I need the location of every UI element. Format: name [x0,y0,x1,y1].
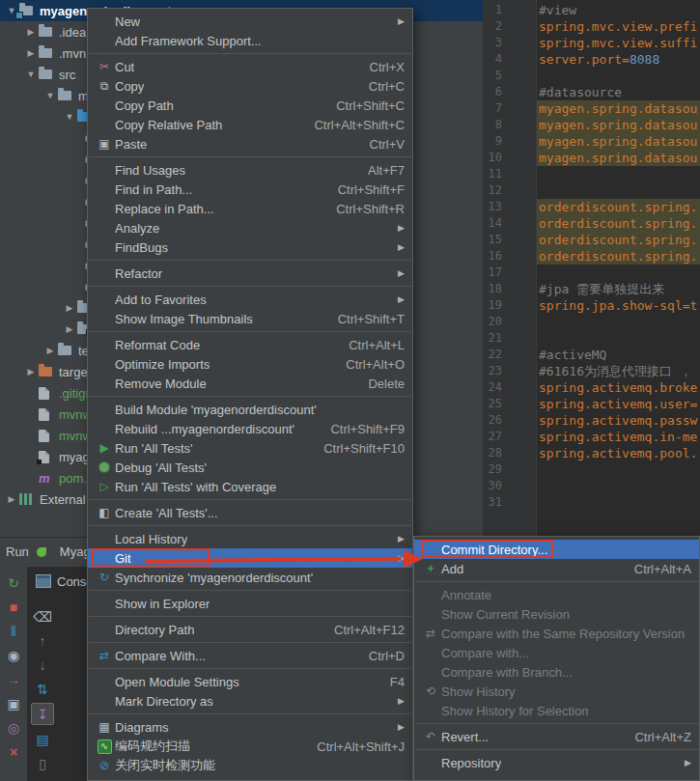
context-menu-item-add-framework-support[interactable]: Add Framework Support... [88,31,412,50]
menu-item-label: Directory Path [115,623,194,637]
rerun-icon[interactable]: ↻ [3,572,24,593]
code-text [539,314,700,330]
menu-item-shortcut: Ctrl+Alt+A [617,562,691,576]
context-menu-item-git[interactable]: Git▶ [88,548,412,568]
git-submenu-item-repository[interactable]: Repository▶ [414,753,699,772]
submenu-arrow-icon: ▶ [386,534,405,544]
context-menu-item-mark-directory-as[interactable]: Mark Directory as▶ [88,691,412,711]
code-text: orderdiscount.spring. [539,215,700,232]
code-text [539,265,700,281]
pin-icon[interactable]: ◎ [3,717,24,738]
context-menu-item-synchronize-myagenorderdiscount[interactable]: ↻Synchronize 'myagenorderdiscount' [88,568,412,587]
context-menu-item-build-module-myagenorderdiscount[interactable]: Build Module 'myagenorderdiscount' [88,400,412,419]
soft-wrap-icon[interactable]: ⇅ [32,679,53,699]
context-menu-item-find-in-path[interactable]: Find in Path...Ctrl+Shift+F [88,180,412,199]
code-text: spring.activemq.user= [539,396,700,412]
scroll-to-end-icon[interactable]: ↧ [31,703,54,725]
close-icon[interactable]: × [3,741,24,762]
context-menu-item-cut[interactable]: ✂CutCtrl+X [88,57,412,76]
menu-separator [89,499,411,500]
stop-icon[interactable]: ■ [3,597,24,617]
menu-item-label: 编码规约扫描 [115,738,190,755]
context-menu-item-run-all-tests[interactable]: ▶Run 'All Tests'Ctrl+Shift+F10 [88,438,412,458]
git-submenu-item-add[interactable]: +AddCtrl+Alt+A [414,559,699,578]
context-menu-item-run-all-tests-with-coverage[interactable]: ▷Run 'All Tests' with Coverage [88,477,412,496]
context-menu-item-local-history[interactable]: Local History▶ [88,529,412,548]
tree-item-label: target [56,365,91,379]
down-arrow-icon[interactable]: ↓ [32,655,53,675]
run-icon: ▶ [94,441,115,455]
context-menu-item-refactor[interactable]: Refactor▶ [88,264,412,283]
code-line-1: 1#view [483,2,700,18]
line-number: 12 [483,182,502,199]
coverage-icon: ▷ [94,480,115,493]
menu-item-label: Add [441,562,463,576]
menu-item-label: Create 'All Tests'... [115,506,218,520]
context-menu-item-copy[interactable]: ⧉CopyCtrl+C [88,76,412,96]
clear-icon[interactable]: ⌫ [32,606,53,627]
menu-separator [89,260,411,261]
context-menu-item-maven[interactable]: mMaven▶ [88,775,412,781]
restore-layout-icon[interactable]: ▣ [3,693,24,713]
menu-item-shortcut: Ctrl+Shift+R [319,202,405,216]
trash-icon[interactable]: ▯ [32,753,53,773]
context-menu-item-new[interactable]: New▶ [88,12,412,31]
print-icon[interactable]: ▤ [32,729,53,749]
line-number: 9 [483,133,502,150]
menu-item-label: Copy [115,79,144,94]
exit-icon[interactable]: → [3,669,24,689]
context-menu-item-show-image-thumbnails[interactable]: Show Image ThumbnailsCtrl+Shift+T [88,309,412,328]
context-menu-item-copy-relative-path[interactable]: Copy Relative PathCtrl+Alt+Shift+C [88,115,412,134]
menu-item-label: Run 'All Tests' [115,441,193,456]
context-menu-item-remove-module[interactable]: Remove ModuleDelete [88,374,412,393]
code-line-16: 16orderdiscount.spring. [483,248,700,265]
context-menu-item-create-all-tests[interactable]: ◧Create 'All Tests'... [88,503,412,522]
menu-item-label: Annotate [441,588,491,602]
menu-item-label: Compare with the Same Repository Version [441,627,685,641]
context-menu-item-copy-path[interactable]: Copy PathCtrl+Shift+C [88,96,412,115]
context-menu-item-diagrams[interactable]: ▦Diagrams▶ [88,717,412,737]
menu-item-shortcut: F4 [373,675,405,689]
module-file-icon [39,451,56,463]
spring-boot-icon [37,547,54,557]
code-text: spring.activemq.pool. [539,445,700,461]
menu-item-label: 关闭实时检测功能 [115,757,215,774]
menu-item-label: Optimize Imports [115,357,210,372]
git-submenu-item-revert[interactable]: ↶Revert...Ctrl+Alt+Z [414,727,699,746]
pause-icon[interactable]: ‖ [3,621,24,641]
context-menu-item-analyze[interactable]: Analyze▶ [88,218,412,237]
line-number: 27 [483,429,502,445]
line-number: 5 [483,68,502,84]
thread-dump-icon[interactable]: ◉ [3,645,24,665]
context-menu-item-show-in-explorer[interactable]: Show in Explorer [88,594,412,613]
context-menu-item-reformat-code[interactable]: Reformat CodeCtrl+Alt+L [88,335,412,354]
context-menu-item-find-usages[interactable]: Find UsagesAlt+F7 [88,160,412,180]
submenu-arrow-icon: ▶ [386,268,405,278]
context-menu-item-replace-in-path[interactable]: Replace in Path...Ctrl+Shift+R [88,199,412,218]
libraries-icon [19,493,37,505]
context-menu-item-rebuild-myagenorderdiscount[interactable]: Rebuild ...myagenorderdiscount'Ctrl+Shif… [88,419,412,438]
git-submenu-item-annotate: Annotate [414,585,699,604]
menu-item-label: Open Module Settings [115,675,239,689]
code-line-7: 7myagen.spring.datasou [483,100,700,117]
code-line-5: 5 [483,68,700,84]
menu-item-shortcut: Delete [350,377,405,391]
context-menu-item-debug-all-tests[interactable]: Debug 'All Tests' [88,458,412,477]
context-menu-item-optimize-imports[interactable]: Optimize ImportsCtrl+Alt+O [88,354,412,374]
context-menu-item-add-to-favorites[interactable]: Add to Favorites▶ [88,290,412,309]
up-arrow-icon[interactable]: ↑ [32,630,53,651]
menu-item-shortcut: Ctrl+Shift+F9 [313,422,405,436]
tree-item-label: src [56,68,75,82]
context-menu-item-findbugs[interactable]: FindBugs▶ [88,237,412,257]
context-menu-item-open-module-settings[interactable]: Open Module SettingsF4 [88,672,412,691]
context-menu-item-directory-path[interactable]: Directory PathCtrl+Alt+F12 [88,620,412,639]
folder-icon [39,70,56,79]
menu-separator [89,156,411,157]
context-menu-item-编码规约扫描[interactable]: ∿编码规约扫描Ctrl+Alt+Shift+J [88,737,412,756]
compare-icon: ⇄ [94,649,115,662]
menu-item-shortcut: Ctrl+D [351,649,405,663]
context-menu-item-compare-with[interactable]: ⇄Compare With...Ctrl+D [88,646,412,665]
git-submenu-item-commit-directory[interactable]: Commit Directory... [414,540,699,559]
context-menu-item-关闭实时检测功能[interactable]: ⊘关闭实时检测功能 [88,756,412,775]
context-menu-item-paste[interactable]: ▣PasteCtrl+V [88,134,412,153]
